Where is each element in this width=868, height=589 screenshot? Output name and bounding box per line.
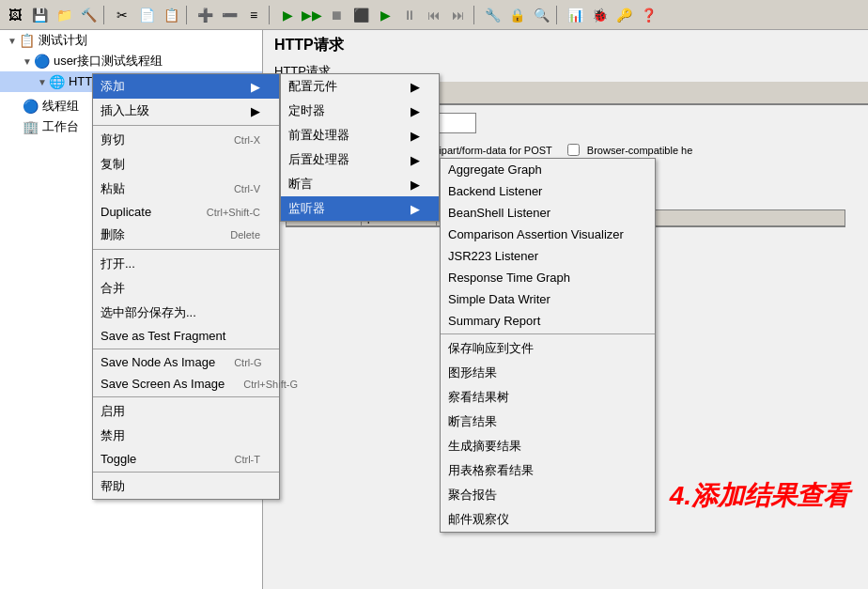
ctx-graph-label: 图形结果 — [448, 364, 497, 381]
ctx-simple-data-writer[interactable]: Simple Data Writer — [441, 288, 655, 310]
ctx-copy[interactable]: 复制 — [93, 152, 279, 177]
ctx-add-arrow: ▶ — [251, 80, 260, 94]
ctx-comparison-assertion[interactable]: Comparison Assertion Visualizer — [441, 224, 655, 245]
ctx-save-fragment[interactable]: Save as Test Fragment — [93, 325, 279, 347]
ctx-merge[interactable]: 合并 — [93, 276, 279, 301]
ctx-sep-4 — [93, 396, 279, 397]
primary-context-menu: 添加 ▶ 插入上级 ▶ 剪切 Ctrl-X 复制 粘贴 Ctrl-V Dupli… — [92, 73, 280, 500]
ctx-save-node-image[interactable]: Save Node As Image Ctrl-G — [93, 351, 279, 373]
ctx-config-arrow: ▶ — [411, 80, 420, 94]
ctx-listener[interactable]: 监听器 ▶ — [281, 196, 439, 221]
ctx-assertion-arrow: ▶ — [411, 178, 420, 192]
ctx-aggregate-graph[interactable]: Aggregate Graph — [441, 159, 655, 180]
ctx-copy-label: 复制 — [101, 156, 125, 173]
ctx-delete-label: 删除 — [101, 226, 125, 243]
ctx-timer-arrow: ▶ — [411, 104, 420, 118]
ctx-paste-label: 粘贴 — [101, 180, 125, 197]
ctx-assertion[interactable]: 断言 ▶ — [281, 172, 439, 196]
ctx-paste[interactable]: 粘贴 Ctrl-V — [93, 177, 279, 201]
ctx-gen-sum-label: 生成摘要结果 — [448, 438, 521, 455]
ctx-save-screen-image[interactable]: Save Screen As Image Ctrl+Shift-G — [93, 373, 279, 395]
ctx-enable-label: 启用 — [101, 403, 125, 420]
ctx-beanshell-label: BeanShell Listener — [448, 206, 550, 220]
ctx-dup-shortcut: Ctrl+Shift-C — [207, 207, 260, 218]
ctx-node-img-shortcut: Ctrl-G — [234, 357, 261, 368]
ctx-config-element[interactable]: 配置元件 ▶ — [281, 74, 439, 99]
ctx-help[interactable]: 帮助 — [93, 474, 279, 499]
ctx-insert-parent[interactable]: 插入上级 ▶ — [93, 99, 279, 123]
ctx-resp-time-label: Response Time Graph — [448, 271, 570, 285]
ctx-del-shortcut: Delete — [230, 229, 260, 240]
ctx-beanshell-listener[interactable]: BeanShell Listener — [441, 202, 655, 224]
ctx-view-tree-label: 察看结果树 — [448, 389, 509, 406]
ctx-view-results-tree[interactable]: 察看结果树 — [441, 385, 655, 410]
ctx-timer[interactable]: 定时器 ▶ — [281, 99, 439, 123]
submenu-add: 配置元件 ▶ 定时器 ▶ 前置处理器 ▶ 后置处理器 ▶ 断言 ▶ 监听器 ▶ — [280, 73, 440, 222]
ctx-help-label: 帮助 — [101, 478, 125, 495]
ctx-duplicate[interactable]: Duplicate Ctrl+Shift-C — [93, 201, 279, 223]
ctx-pre-processor[interactable]: 前置处理器 ▶ — [281, 123, 439, 147]
ctx-disable[interactable]: 禁用 — [93, 424, 279, 448]
ctx-cut[interactable]: 剪切 Ctrl-X — [93, 128, 279, 152]
ctx-insert-arrow: ▶ — [251, 104, 260, 118]
ctx-merge-label: 合并 — [101, 280, 125, 297]
ctx-sep-5 — [93, 472, 279, 473]
ctx-comparison-label: Comparison Assertion Visualizer — [448, 227, 624, 241]
ctx-disable-label: 禁用 — [101, 427, 125, 444]
ctx-table-label: 用表格察看结果 — [448, 462, 534, 479]
ctx-pre-label: 前置处理器 — [288, 127, 349, 144]
ctx-toggle[interactable]: Toggle Ctrl-T — [93, 448, 279, 470]
ctx-summary-label: Summary Report — [448, 314, 540, 328]
ctx-add[interactable]: 添加 ▶ — [93, 74, 279, 99]
ctx-listener-arrow: ▶ — [411, 202, 420, 216]
ctx-timer-label: 定时器 — [288, 102, 325, 119]
ctx-duplicate-label: Duplicate — [101, 205, 151, 219]
ctx-sep-3 — [93, 349, 279, 349]
ctx-save-selected-label: 选中部分保存为... — [101, 304, 196, 321]
ctx-sdw-label: Simple Data Writer — [448, 292, 550, 306]
ctx-open[interactable]: 打开... — [93, 252, 279, 276]
ctx-jsr223-label: JSR223 Listener — [448, 249, 538, 263]
ctx-backend-listener[interactable]: Backend Listener — [441, 180, 655, 202]
submenu-sep-1 — [441, 333, 655, 334]
ctx-post-arrow: ▶ — [411, 153, 420, 167]
ctx-open-label: 打开... — [101, 256, 135, 272]
ctx-sep-2 — [93, 249, 279, 250]
ctx-graph-result[interactable]: 图形结果 — [441, 361, 655, 385]
ctx-cut-label: 剪切 — [101, 132, 125, 148]
ctx-insert-label: 插入上级 — [101, 102, 149, 119]
ctx-assert-result[interactable]: 断言结果 — [441, 410, 655, 434]
ctx-save-frag-label: Save as Test Fragment — [101, 329, 225, 343]
ctx-paste-shortcut: Ctrl-V — [234, 183, 260, 194]
ctx-delete[interactable]: 删除 Delete — [93, 223, 279, 247]
ctx-aggregate-report[interactable]: 聚合报告 — [441, 483, 655, 507]
ctx-screen-img-label: Save Screen As Image — [101, 377, 225, 391]
submenu-listener: Aggregate Graph Backend Listener BeanShe… — [440, 158, 656, 533]
ctx-save-selected[interactable]: 选中部分保存为... — [93, 301, 279, 325]
ctx-toggle-shortcut: Ctrl-T — [235, 454, 261, 465]
ctx-save-response[interactable]: 保存响应到文件 — [441, 336, 655, 361]
ctx-save-resp-label: 保存响应到文件 — [448, 340, 534, 357]
ctx-listener-label: 监听器 — [288, 200, 325, 217]
ctx-table-results[interactable]: 用表格察看结果 — [441, 458, 655, 483]
ctx-agg-report-label: 聚合报告 — [448, 487, 497, 504]
ctx-toggle-label: Toggle — [101, 452, 136, 466]
ctx-post-label: 后置处理器 — [288, 151, 349, 168]
ctx-screen-img-shortcut: Ctrl+Shift-G — [243, 379, 298, 390]
ctx-node-img-label: Save Node As Image — [101, 355, 215, 369]
ctx-sep-1 — [93, 125, 279, 126]
ctx-summary-report[interactable]: Summary Report — [441, 310, 655, 332]
ctx-pre-arrow: ▶ — [411, 129, 420, 143]
ctx-backend-label: Backend Listener — [448, 184, 542, 198]
ctx-assertion-label: 断言 — [288, 176, 313, 193]
context-menu-overlay: 添加 ▶ 插入上级 ▶ 剪切 Ctrl-X 复制 粘贴 Ctrl-V Dupli… — [0, 0, 868, 589]
ctx-mail-label: 邮件观察仪 — [448, 511, 509, 528]
ctx-mail-observer[interactable]: 邮件观察仪 — [441, 507, 655, 532]
ctx-add-label: 添加 — [101, 78, 125, 95]
ctx-agg-graph-label: Aggregate Graph — [448, 163, 542, 177]
ctx-enable[interactable]: 启用 — [93, 399, 279, 424]
ctx-response-time-graph[interactable]: Response Time Graph — [441, 267, 655, 288]
ctx-post-processor[interactable]: 后置处理器 ▶ — [281, 147, 439, 172]
ctx-generate-summary[interactable]: 生成摘要结果 — [441, 434, 655, 458]
ctx-jsr223-listener[interactable]: JSR223 Listener — [441, 245, 655, 267]
